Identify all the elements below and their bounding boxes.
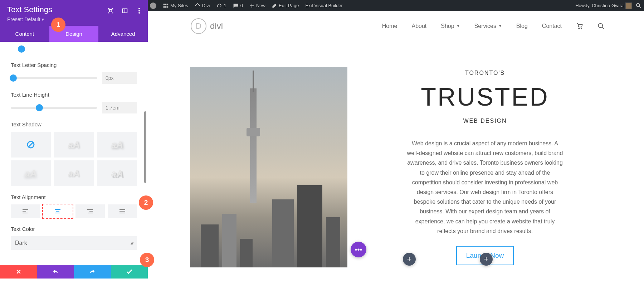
- nav-services[interactable]: Services▼: [474, 23, 502, 29]
- svg-point-4: [138, 10, 140, 11]
- svg-rect-1: [109, 10, 112, 12]
- text-settings-panel: Text Settings Preset: Default ▾ Content …: [0, 0, 148, 265]
- add-module-button[interactable]: +: [480, 253, 493, 266]
- text-alignment-label: Text Alignment: [11, 194, 137, 200]
- more-icon[interactable]: [136, 7, 143, 14]
- text-color-select[interactable]: Dark▴▾: [11, 236, 137, 250]
- svg-point-0: [636, 3, 640, 6]
- comments-link[interactable]: 0: [233, 3, 243, 9]
- letter-spacing-label: Text Letter Spacing: [11, 62, 137, 68]
- builder-fab[interactable]: •••: [351, 242, 366, 257]
- hero-image: [190, 67, 347, 267]
- panel-header: Text Settings Preset: Default ▾: [0, 0, 148, 26]
- svg-point-7: [579, 28, 580, 29]
- shadow-option-5[interactable]: aA: [97, 160, 137, 186]
- page-preview: Ddivi Home About Shop▼ Services▼ Blog Co…: [148, 11, 644, 305]
- cancel-button[interactable]: [0, 265, 37, 279]
- primary-nav: Home About Shop▼ Services▼ Blog Contact: [382, 23, 605, 30]
- tab-advanced[interactable]: Advanced: [98, 26, 148, 42]
- edit-page-link[interactable]: Edit Page: [272, 3, 299, 8]
- align-justify[interactable]: [108, 204, 137, 218]
- line-height-label: Text Line Height: [11, 92, 137, 98]
- site-logo[interactable]: Ddivi: [191, 18, 223, 34]
- body-copy: Web design is a crucial aspect of any mo…: [406, 139, 564, 236]
- line-height-input[interactable]: [102, 102, 137, 113]
- subhead: WEB DESIGN: [365, 118, 605, 124]
- shadow-option-1[interactable]: aA: [54, 132, 94, 158]
- panel-body: Text Letter Spacing Text Line Height Tex…: [0, 42, 148, 265]
- exit-visual-builder-link[interactable]: Exit Visual Builder: [305, 3, 343, 8]
- svg-point-5: [138, 12, 140, 14]
- columns-icon[interactable]: [121, 7, 128, 14]
- text-shadow-label: Text Shadow: [11, 121, 137, 127]
- settings-tabs: Content Design Advanced: [0, 26, 148, 42]
- nav-contact[interactable]: Contact: [542, 23, 562, 29]
- shadow-option-4[interactable]: aA: [54, 160, 94, 186]
- new-link[interactable]: New: [249, 3, 265, 8]
- svg-point-8: [581, 28, 582, 29]
- align-center[interactable]: [43, 204, 72, 218]
- text-color-label: Text Color: [11, 226, 137, 232]
- site-header: Ddivi Home About Shop▼ Services▼ Blog Co…: [148, 11, 644, 41]
- panel-scrollbar[interactable]: [144, 111, 146, 183]
- eyebrow: TORONTO'S: [365, 70, 605, 76]
- avatar: [625, 3, 632, 9]
- wp-admin-bar: My Sites Divi 1 0 New Edit Page Exit Vis…: [148, 0, 644, 11]
- howdy-user[interactable]: Howdy, Christina Gwira: [575, 3, 632, 9]
- letter-spacing-slider[interactable]: [11, 77, 97, 79]
- my-sites-link[interactable]: My Sites: [163, 3, 188, 9]
- redo-button[interactable]: [74, 265, 111, 279]
- preset-dropdown[interactable]: Preset: Default ▾: [7, 16, 141, 22]
- wp-logo[interactable]: [150, 3, 156, 9]
- callout-badge-3: 3: [140, 253, 154, 267]
- shadow-none[interactable]: [11, 132, 51, 158]
- search-icon[interactable]: [597, 23, 605, 30]
- search-admin-icon[interactable]: [635, 3, 642, 9]
- hero-text: TORONTO'S TRUSTED WEB DESIGN Web design …: [365, 67, 605, 267]
- panel-footer: [0, 265, 148, 279]
- expand-icon[interactable]: [107, 7, 114, 14]
- letter-spacing-input[interactable]: [102, 72, 137, 84]
- nav-shop[interactable]: Shop▼: [441, 23, 460, 29]
- align-left[interactable]: [11, 204, 40, 218]
- updates-link[interactable]: 1: [216, 3, 226, 9]
- undo-button[interactable]: [37, 265, 74, 279]
- nav-about[interactable]: About: [411, 23, 426, 29]
- cart-icon[interactable]: [576, 23, 583, 30]
- site-name-link[interactable]: Divi: [195, 3, 210, 9]
- line-height-slider[interactable]: [11, 107, 97, 109]
- tab-content[interactable]: Content: [0, 26, 49, 42]
- shadow-option-3[interactable]: aA: [11, 160, 51, 186]
- nav-blog[interactable]: Blog: [516, 23, 528, 29]
- svg-point-9: [599, 23, 603, 28]
- shadow-option-2[interactable]: aA: [97, 132, 137, 158]
- callout-badge-2: 2: [139, 195, 153, 210]
- callout-badge-1: 1: [51, 18, 65, 32]
- svg-point-3: [138, 8, 140, 9]
- hero-section: TORONTO'S TRUSTED WEB DESIGN Web design …: [148, 41, 644, 267]
- align-right[interactable]: [75, 204, 105, 218]
- nav-home[interactable]: Home: [382, 23, 397, 29]
- save-button[interactable]: [111, 265, 148, 279]
- headline: TRUSTED: [365, 83, 605, 111]
- add-module-button[interactable]: +: [403, 253, 416, 266]
